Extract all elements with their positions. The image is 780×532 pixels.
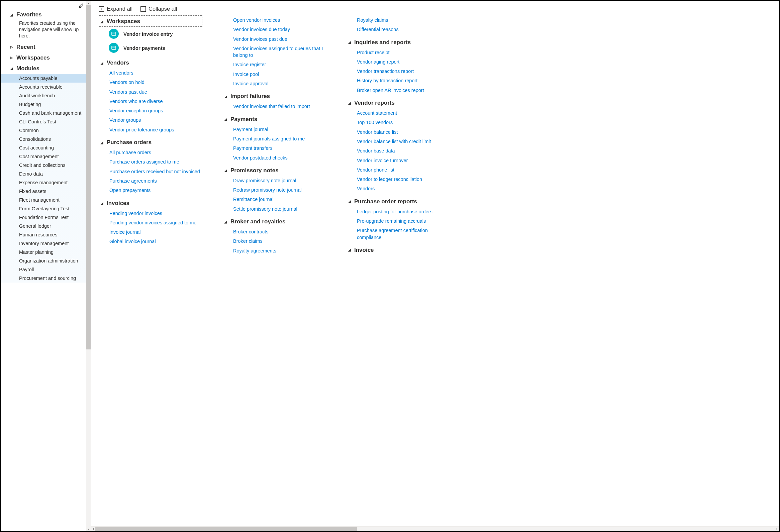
menu-link[interactable]: Invoice journal (109, 227, 202, 237)
menu-link[interactable]: Vendors past due (109, 87, 202, 97)
menu-link[interactable]: Payment journals assigned to me (233, 134, 326, 144)
menu-link[interactable]: Vendors who are diverse (109, 97, 202, 106)
menu-link[interactable]: Vendor invoices past due (233, 35, 326, 44)
menu-link[interactable]: Vendor transactions report (357, 66, 450, 76)
menu-link[interactable]: History by transaction report (357, 76, 450, 85)
nav-module-item[interactable]: Audit workbench (1, 91, 91, 100)
nav-module-item[interactable]: Inventory management (1, 239, 91, 248)
sidebar-scrollbar[interactable]: ▴ ▾ (86, 1, 91, 531)
group-header[interactable]: Purchase order reports (346, 196, 450, 207)
nav-module-item[interactable]: General ledger (1, 222, 91, 230)
group-header[interactable]: Import failures (223, 90, 326, 102)
menu-link[interactable]: Vendor base data (357, 146, 450, 156)
menu-link[interactable]: Product receipt (357, 48, 450, 57)
menu-link[interactable]: Purchase agreement certification complia… (357, 226, 450, 242)
menu-link[interactable]: Open vendor invoices (233, 15, 326, 25)
menu-link[interactable]: Vendor phone list (357, 165, 450, 174)
menu-link[interactable]: Pre-upgrade remaining accruals (357, 216, 450, 226)
menu-link[interactable]: Royalty agreements (233, 246, 326, 256)
menu-link[interactable]: Vendor invoices assigned to queues that … (233, 44, 326, 60)
menu-link[interactable]: Vendor invoices that failed to import (233, 102, 326, 111)
expand-all-button[interactable]: + Expand all (99, 6, 133, 12)
menu-link[interactable]: Invoice pool (233, 69, 326, 79)
nav-module-item[interactable]: Foundation Forms Test (1, 213, 91, 222)
h-scrollbar-thumb[interactable] (95, 527, 357, 531)
menu-link[interactable]: Vendor to ledger reconciliation (357, 174, 450, 184)
menu-link[interactable]: Draw promissory note journal (233, 176, 326, 185)
menu-link[interactable]: Vendor exception groups (109, 106, 202, 115)
nav-module-item[interactable]: Accounts payable (1, 74, 91, 83)
menu-link[interactable]: Vendor groups (109, 115, 202, 125)
menu-link[interactable]: Settle promissory note journal (233, 204, 326, 214)
nav-module-item[interactable]: Demo data (1, 169, 91, 178)
menu-link[interactable]: Vendor balance list (357, 127, 450, 137)
nav-module-item[interactable]: Fixed assets (1, 187, 91, 196)
workspace-tile[interactable]: Vendor invoice entry (99, 27, 202, 41)
menu-link[interactable]: Invoice approval (233, 79, 326, 88)
nav-module-item[interactable]: Organization administration (1, 257, 91, 265)
scroll-up-arrow[interactable]: ▴ (86, 1, 91, 5)
menu-link[interactable]: Vendors on hold (109, 77, 202, 87)
workspace-tile[interactable]: Vendor payments (99, 41, 202, 55)
group-header[interactable]: Invoices (99, 197, 202, 209)
scroll-right-arrow[interactable]: ▸ (774, 527, 779, 531)
group-header[interactable]: Workspaces (99, 15, 202, 27)
menu-link[interactable]: Pending vendor invoices assigned to me (109, 218, 202, 227)
menu-link[interactable]: All purchase orders (109, 148, 202, 157)
nav-module-item[interactable]: Procurement and sourcing (1, 274, 91, 282)
menu-link[interactable]: Purchase agreements (109, 176, 202, 185)
group-header[interactable]: Payments (223, 113, 326, 125)
menu-link[interactable]: Invoice register (233, 60, 326, 69)
menu-link[interactable]: Vendor price tolerance groups (109, 125, 202, 135)
pin-icon[interactable] (79, 3, 84, 9)
menu-link[interactable]: Broker claims (233, 236, 326, 246)
nav-module-item[interactable]: Payroll (1, 265, 91, 274)
group-header[interactable]: Broker and royalties (223, 216, 326, 227)
nav-module-item[interactable]: Human resources (1, 230, 91, 239)
menu-link[interactable]: Top 100 vendors (357, 118, 450, 127)
nav-module-item[interactable]: Cost management (1, 152, 91, 161)
scroll-down-arrow[interactable]: ▾ (86, 527, 91, 531)
menu-link[interactable]: Vendors (357, 184, 450, 193)
menu-link[interactable]: Account statement (357, 108, 450, 118)
nav-module-item[interactable]: Common (1, 126, 91, 135)
menu-link[interactable]: Broker open AR invoices report (357, 86, 450, 95)
nav-module-item[interactable]: Fleet management (1, 196, 91, 204)
menu-link[interactable]: Vendor postdated checks (233, 153, 326, 162)
menu-link[interactable]: Global invoice journal (109, 237, 202, 246)
nav-module-item[interactable]: Credit and collections (1, 161, 91, 169)
nav-module-item[interactable]: CLI Controls Test (1, 117, 91, 126)
menu-link[interactable]: Vendor aging report (357, 57, 450, 66)
menu-link[interactable]: Purchase orders received but not invoice… (109, 167, 202, 176)
menu-link[interactable]: Payment journal (233, 125, 326, 134)
menu-link[interactable]: Royalty claims (357, 15, 450, 25)
menu-link[interactable]: Redraw promissory note journal (233, 185, 326, 195)
nav-module-item[interactable]: Expense management (1, 178, 91, 187)
menu-link[interactable]: Purchase orders assigned to me (109, 157, 202, 166)
nav-module-item[interactable]: Cost accounting (1, 144, 91, 152)
nav-module-item[interactable]: Master planning (1, 248, 91, 257)
scrollbar-thumb[interactable] (86, 5, 91, 350)
menu-link[interactable]: Vendor balance list with credit limit (357, 137, 450, 146)
collapse-all-button[interactable]: − Collapse all (141, 6, 177, 12)
menu-link[interactable]: Vendor invoices due today (233, 25, 326, 34)
menu-link[interactable]: Vendor invoice turnover (357, 156, 450, 165)
nav-favorites-header[interactable]: Favorites (1, 9, 91, 20)
group-header[interactable]: Invoice (346, 244, 450, 256)
group-header[interactable]: Vendor reports (346, 97, 450, 108)
menu-link[interactable]: Pending vendor invoices (109, 209, 202, 218)
nav-module-item[interactable]: Form Overlayering Test (1, 204, 91, 213)
menu-link[interactable]: Remittance journal (233, 195, 326, 204)
group-header[interactable]: Purchase orders (99, 137, 202, 148)
menu-link[interactable]: All vendors (109, 68, 202, 77)
nav-workspaces-header[interactable]: Workspaces (1, 53, 91, 63)
nav-module-item[interactable]: Cash and bank management (1, 109, 91, 117)
group-header[interactable]: Promissory notes (223, 164, 326, 176)
menu-link[interactable]: Open prepayments (109, 185, 202, 195)
group-header[interactable]: Vendors (99, 57, 202, 68)
menu-link[interactable]: Broker contracts (233, 227, 326, 236)
nav-module-item[interactable]: Budgeting (1, 100, 91, 109)
menu-link[interactable]: Payment transfers (233, 144, 326, 153)
scroll-left-arrow[interactable]: ◂ (91, 527, 95, 531)
menu-link[interactable]: Differential reasons (357, 25, 450, 34)
